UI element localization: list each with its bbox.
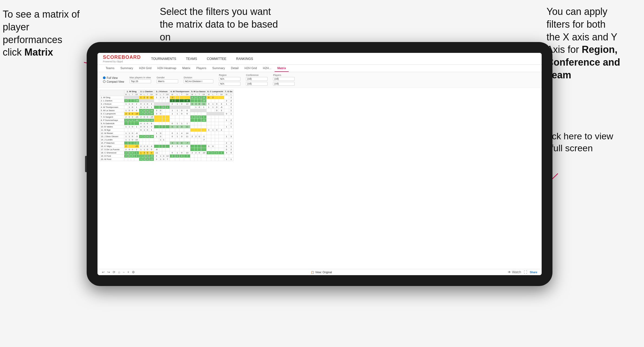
max-players-filter: Max players in view Top 25 — [129, 76, 151, 83]
subnav-h2h-grid2[interactable]: H2H Grid — [242, 65, 260, 72]
watch-label[interactable]: 👁 Watch — [508, 270, 521, 274]
subh-10: L — [159, 93, 162, 96]
table-row: 19. D Ford 2001 240-20 01013 0107 — [100, 155, 233, 158]
subnav-matrix2[interactable]: Matrix — [275, 65, 289, 72]
nav-rankings[interactable]: RANKINGS — [234, 56, 255, 62]
table-row: 18. C Sherwood 2001 1300 -11 01013 220-1… — [100, 151, 233, 155]
table-row: 17. S De La Fuente 2002 1100 -8 02 — [100, 148, 233, 151]
table-row: 16. K Vilips 2-25 2204 3308 00 01 — [100, 145, 233, 148]
logo-area: SCOREBOARD Powered by clippd — [103, 54, 141, 63]
subnav-summary2[interactable]: Summary — [210, 65, 228, 72]
table-row: 6. C Lamprecht 300-16 24124 30 1106 01 — [100, 112, 233, 115]
tablet-frame: SCOREBOARD Powered by clippd TOURNAMENTS… — [87, 42, 552, 286]
annotation-right: You can apply filters for both the X axi… — [547, 5, 639, 82]
col-l-clanton: 2. L Clanton — [139, 90, 154, 93]
view-options: Full View Compact View — [103, 76, 124, 83]
players-select2[interactable]: (All) — [273, 82, 295, 86]
home-icon[interactable]: ⌂ — [118, 270, 120, 274]
region-select1[interactable]: N/A — [219, 77, 240, 81]
ann-left-line3-plain: click — [3, 47, 24, 58]
subnav-detail[interactable]: Detail — [228, 65, 241, 72]
table-row: 8. P Summerhays 510-48 220-16 -11 12 — [100, 119, 233, 122]
view-original-label[interactable]: 📋 View: Original — [311, 271, 332, 274]
table-row: 12. M Riedel 110-6 10 01414 — [100, 132, 233, 135]
col-m-lasasso: 5. M La Sasso — [190, 90, 206, 93]
screen-content: SCOREBOARD Powered by clippd TOURNAMENTS… — [97, 53, 542, 275]
table-row: 20. M Ford 331-11 0107 11 — [100, 158, 233, 161]
conference-select1[interactable]: (All) — [246, 77, 268, 81]
subh-11: T — [162, 93, 165, 96]
table-row: 1. W Ding 12011 1100 -2 80113 02 2 — [100, 96, 233, 99]
tablet-side-button — [85, 156, 87, 172]
subnav-h2h-heatmap[interactable]: H2H Heatmap — [155, 65, 179, 72]
players-filter: Players (All) (All) — [273, 74, 295, 86]
footer-right: 👁 Watch ⛶ Share — [508, 270, 537, 274]
refresh-icon[interactable]: ⟳ — [113, 270, 115, 274]
ann-right-l4b: Region, — [582, 44, 617, 55]
redo-icon[interactable]: ↪ — [107, 270, 110, 274]
subh-8: Dif — [149, 93, 154, 96]
region-filter: Region N/A N/A — [219, 74, 240, 86]
table-row: 3. J Koivun 1102 0102 01013 04011 0103 1… — [100, 102, 233, 106]
subh-15: T — [180, 93, 184, 96]
subh-12: Dif — [165, 93, 170, 96]
subh-22: L — [211, 93, 215, 96]
subh-3: T — [131, 93, 134, 96]
nav-committee[interactable]: COMMITTEE — [205, 56, 229, 62]
subnav-teams[interactable]: Teams — [103, 65, 117, 72]
conference-select2[interactable]: (All) — [246, 82, 268, 86]
table-row: 2. L Clanton 2-16 1-6 -24 22 — [100, 99, 233, 102]
full-view-radio[interactable] — [103, 76, 106, 79]
zoom-in-icon[interactable]: + — [127, 270, 129, 274]
max-players-label: Max players in view — [129, 76, 151, 79]
conference-filter: Conference (All) (All) — [246, 74, 268, 86]
table-row: 14. J Lundin 11010 11 -7 — [100, 138, 233, 142]
share-button[interactable]: Share — [530, 271, 537, 274]
settings-icon[interactable]: ⚙ — [132, 270, 135, 274]
fullscreen-icon[interactable]: ⛶ — [524, 270, 527, 274]
zoom-out-icon[interactable]: − — [123, 270, 125, 274]
annotation-fullscreen: Click here to view in full screen — [541, 130, 622, 154]
full-view-option[interactable]: Full View — [103, 76, 124, 79]
region-select2[interactable]: N/A — [219, 82, 240, 86]
annotation-left: To see a matrix of player performances c… — [3, 8, 89, 59]
col-w-ding: 1. W Ding — [124, 90, 139, 93]
logo-sub: Powered by clippd — [103, 60, 141, 63]
subh-9: W — [154, 93, 159, 96]
table-row: 11. M Ege 0101 0104 — [100, 128, 233, 132]
subh-19: T — [198, 93, 201, 96]
nav-tournaments[interactable]: TOURNAMENTS — [149, 56, 178, 62]
footer-left: ↩ ↪ ⟳ ⌂ − + ⚙ — [102, 270, 135, 274]
app-header: SCOREBOARD Powered by clippd TOURNAMENTS… — [97, 53, 542, 65]
gender-select[interactable]: Men's — [157, 79, 178, 83]
logo-title: SCOREBOARD — [103, 54, 141, 60]
subnav-h2h-more[interactable]: H2H... — [260, 65, 274, 72]
subnav-h2h-grid[interactable]: H2H Grid — [136, 65, 154, 72]
compact-view-option[interactable]: Compact View — [103, 80, 124, 83]
ann-center-text: Select the filters you want the matrix d… — [160, 6, 278, 43]
subh-18: L — [194, 93, 197, 96]
matrix-table: 1. W Ding 2. L Clanton 3. J Koivun 4. M … — [100, 90, 233, 161]
matrix-container[interactable]: 1. W Ding 2. L Clanton 3. J Koivun 4. M … — [97, 88, 542, 269]
subh-13: W — [170, 93, 175, 96]
players-select1[interactable]: (All) — [273, 77, 295, 81]
division-select[interactable]: NCAA Division I — [184, 79, 213, 83]
subnav-players[interactable]: Players — [194, 65, 209, 72]
ann-left-line3-bold: Matrix — [24, 47, 53, 58]
subh-7: T — [146, 93, 149, 96]
division-filter: Division NCAA Division I — [184, 76, 213, 83]
subh-14: L — [175, 93, 180, 96]
app-footer: ↩ ↪ ⟳ ⌂ − + ⚙ 📋 View: Original 👁 Watch ⛶… — [97, 269, 542, 275]
main-nav: TOURNAMENTS TEAMS COMMITTEE RANKINGS — [149, 56, 255, 62]
subh-6: L — [143, 93, 146, 96]
max-players-select[interactable]: Top 25 — [129, 79, 151, 83]
table-row: 13. J Skov Olesen 110-3 210-19 10 01011 … — [100, 135, 233, 138]
nav-teams[interactable]: TEAMS — [184, 56, 199, 62]
compact-view-radio[interactable] — [103, 80, 106, 83]
table-row: 10. B Valdes 1101 0010 01011 11 — [100, 125, 233, 128]
gender-filter: Gender Men's — [157, 76, 178, 83]
subnav-matrix[interactable]: Matrix — [180, 65, 193, 72]
undo-icon[interactable]: ↩ — [102, 270, 105, 274]
division-label: Division — [184, 76, 213, 79]
subnav-summary[interactable]: Summary — [118, 65, 136, 72]
